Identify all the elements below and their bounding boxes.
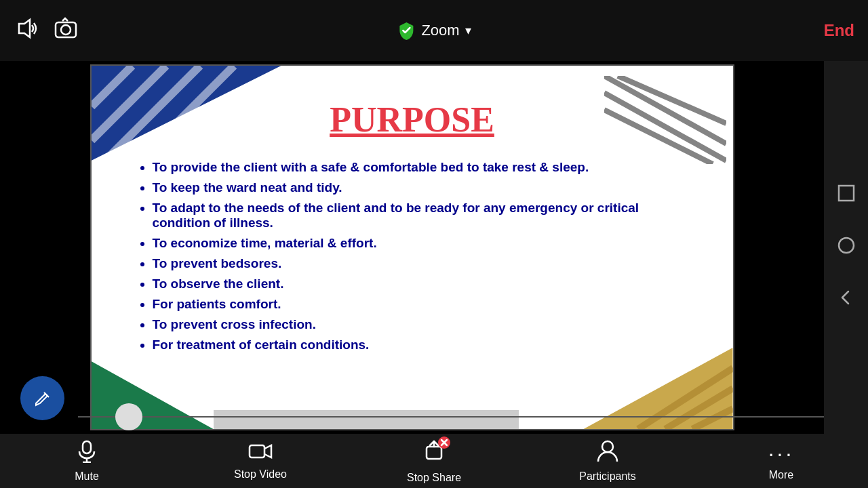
speaker-icon[interactable] [14,16,39,46]
bullet-item: For patients comfort. [153,297,699,312]
zoom-label: Zoom [421,22,459,39]
scroll-area[interactable] [78,410,824,424]
bottom-toolbar: Mute Stop Video Stop Share [0,434,868,488]
stop-share-button[interactable]: Stop Share [393,439,475,484]
square-nav-icon[interactable] [836,183,856,208]
participants-label: Participants [579,470,636,483]
slide-content: PURPOSE To provide the client with a saf… [92,66,733,429]
back-nav-icon[interactable] [836,287,856,312]
stop-share-icon [421,439,447,469]
bullet-item: To economize time, material & effort. [153,236,699,251]
more-icon: ··· [768,441,795,466]
participants-icon [595,440,620,468]
video-icon [248,442,273,466]
more-label: More [769,469,793,481]
stop-video-label: Stop Video [234,468,287,481]
more-button[interactable]: ··· More [741,441,822,481]
mute-button[interactable]: Mute [46,440,127,483]
svg-rect-20 [250,445,264,458]
camera-flip-icon[interactable] [53,16,79,46]
top-left-controls [14,16,79,46]
bullet-item: To adapt to the needs of the client and … [153,201,699,230]
zoom-info: Zoom ▾ [397,21,471,40]
slide-container: PURPOSE To provide the client with a saf… [90,64,734,430]
chevron-down-icon[interactable]: ▾ [465,23,471,38]
svg-point-4 [839,238,854,253]
bullet-item: To prevent bedsores. [153,256,699,271]
bullet-item: For treatment of certain conditions. [153,338,699,352]
svg-point-2 [61,25,71,35]
svg-marker-0 [19,20,30,37]
svg-rect-17 [83,441,91,453]
right-nav [824,61,868,434]
scroll-thumb[interactable] [115,403,142,430]
mute-label: Mute [75,470,99,483]
edit-button[interactable] [20,376,64,420]
stop-share-label: Stop Share [407,472,461,484]
bullet-list: To provide the client with a safe & comf… [125,160,699,352]
bullet-item: To keep the ward neat and tidy. [153,180,699,195]
red-x-icon [437,436,451,449]
stop-video-button[interactable]: Stop Video [220,442,301,481]
pencil-icon [33,388,53,409]
scroll-line [78,416,824,418]
shield-icon [397,21,416,40]
mute-icon [76,440,98,468]
bullet-item: To prevent cross infection. [153,317,699,332]
end-button[interactable]: End [824,21,854,40]
main-content: PURPOSE To provide the client with a saf… [0,61,824,434]
svg-point-25 [602,441,613,452]
circle-nav-icon[interactable] [836,235,856,260]
slide-title: PURPOSE [125,100,699,140]
svg-rect-3 [839,186,854,201]
participants-button[interactable]: Participants [567,440,648,483]
top-bar: Zoom ▾ End [0,0,868,61]
bullet-item: To provide the client with a safe & comf… [153,160,699,175]
bullet-item: To observe the client. [153,277,699,291]
